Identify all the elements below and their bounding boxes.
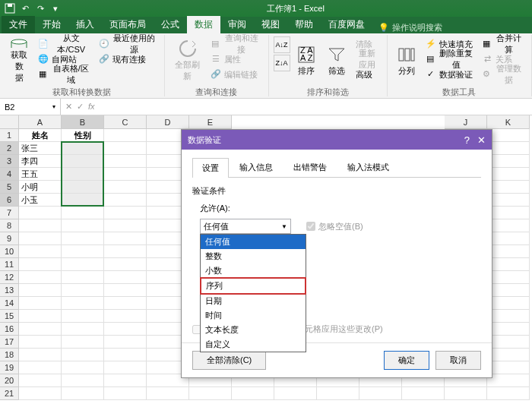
col-header[interactable]: A <box>19 115 62 129</box>
tab-error[interactable]: 出错警告 <box>283 157 337 177</box>
cell[interactable] <box>62 271 104 284</box>
filter-button[interactable]: 筛选 <box>322 36 351 85</box>
cell[interactable] <box>104 361 147 374</box>
cell[interactable] <box>62 245 104 258</box>
cell[interactable] <box>19 219 62 232</box>
ok-button[interactable]: 确定 <box>384 351 429 370</box>
queries-button[interactable]: ▤查询和连接 <box>207 36 264 52</box>
cell[interactable] <box>19 271 62 284</box>
cell[interactable] <box>19 374 62 387</box>
tab-settings[interactable]: 设置 <box>192 158 229 178</box>
opt-any[interactable]: 任何值 <box>201 235 306 249</box>
from-table-button[interactable]: ▦自表格/区域 <box>35 67 93 82</box>
cell[interactable] <box>487 129 530 142</box>
cell[interactable] <box>104 155 147 168</box>
col-header[interactable]: K <box>487 115 530 129</box>
cell[interactable] <box>104 374 147 387</box>
tab-baidu[interactable]: 百度网盘 <box>321 16 372 33</box>
cell[interactable] <box>317 387 359 400</box>
row-header[interactable]: 12 <box>0 271 19 284</box>
fx-icon[interactable]: fx <box>88 102 95 112</box>
cell[interactable] <box>104 232 147 245</box>
cell[interactable] <box>62 219 104 232</box>
close-icon[interactable]: ✕ <box>477 134 486 146</box>
cell[interactable] <box>19 297 62 310</box>
cell[interactable] <box>487 207 530 219</box>
tab-file[interactable]: 文件 <box>2 16 35 33</box>
col-header[interactable]: J <box>445 115 487 129</box>
opt-time[interactable]: 时间 <box>201 308 306 323</box>
col-header[interactable]: E <box>189 115 232 129</box>
cell[interactable] <box>62 310 104 323</box>
cell[interactable] <box>487 361 530 374</box>
cell[interactable] <box>19 258 62 271</box>
existing-conn-button[interactable]: 🔗现有连接 <box>96 52 160 67</box>
select-all-corner[interactable] <box>0 115 19 129</box>
row-header[interactable]: 1 <box>0 129 19 142</box>
cell[interactable] <box>104 310 147 323</box>
undo-icon[interactable]: ↶ <box>18 2 32 15</box>
cell[interactable] <box>62 155 104 168</box>
merge-button[interactable]: ▦合并计算 <box>479 36 527 52</box>
cell[interactable] <box>19 310 62 323</box>
cell[interactable] <box>104 142 147 155</box>
cell[interactable] <box>62 336 104 349</box>
cell[interactable] <box>62 387 104 400</box>
opt-len[interactable]: 文本长度 <box>201 323 306 337</box>
tab-data[interactable]: 数据 <box>187 16 220 33</box>
cell[interactable] <box>487 271 530 284</box>
opt-custom[interactable]: 自定义 <box>201 337 306 352</box>
col-header[interactable]: B <box>62 115 104 129</box>
cell[interactable] <box>487 155 530 168</box>
cell[interactable] <box>487 336 530 349</box>
dialog-titlebar[interactable]: 数据验证 ? ✕ <box>182 130 492 150</box>
row-header[interactable]: 3 <box>0 155 19 168</box>
row-header[interactable]: 6 <box>0 194 19 207</box>
cell[interactable] <box>189 387 232 400</box>
cell[interactable] <box>19 349 62 361</box>
cell[interactable] <box>147 387 189 400</box>
cell[interactable]: 李四 <box>19 155 62 168</box>
cell[interactable] <box>104 387 147 400</box>
cell[interactable] <box>62 181 104 194</box>
recent-src-button[interactable]: 🕘最近使用的源 <box>96 36 160 52</box>
help-icon[interactable]: ? <box>464 134 470 146</box>
row-header[interactable]: 4 <box>0 168 19 181</box>
opt-int[interactable]: 整数 <box>201 249 306 263</box>
cell[interactable] <box>104 349 147 361</box>
redo-icon[interactable]: ↷ <box>33 2 47 15</box>
sort-za-button[interactable]: Z↓A <box>274 55 290 71</box>
row-header[interactable]: 5 <box>0 181 19 194</box>
row-header[interactable]: 21 <box>0 387 19 400</box>
cancel-icon[interactable]: ✕ <box>65 102 72 112</box>
cell[interactable] <box>487 194 530 207</box>
cell[interactable] <box>487 245 530 258</box>
cell[interactable] <box>487 310 530 323</box>
cell[interactable] <box>445 387 487 400</box>
cell[interactable] <box>104 323 147 336</box>
cell[interactable] <box>487 258 530 271</box>
row-header[interactable]: 9 <box>0 232 19 245</box>
cell[interactable] <box>104 297 147 310</box>
cell[interactable] <box>62 142 104 155</box>
sort-button[interactable]: Z AA Z 排序 <box>292 36 321 85</box>
row-header[interactable]: 18 <box>0 349 19 361</box>
sort-az-button[interactable]: A↓Z <box>274 36 290 53</box>
cell[interactable] <box>487 284 530 297</box>
cell[interactable] <box>19 232 62 245</box>
cell[interactable] <box>104 258 147 271</box>
allow-dropdown[interactable]: 任何值▼ 任何值 整数 小数 序列 日期 时间 文本长度 自定义 <box>200 219 291 234</box>
split-button[interactable]: 分列 <box>392 36 421 85</box>
name-box[interactable]: B2▾ <box>0 99 61 115</box>
row-header[interactable]: 16 <box>0 323 19 336</box>
cell[interactable] <box>19 207 62 219</box>
cell[interactable] <box>62 194 104 207</box>
row-header[interactable]: 13 <box>0 284 19 297</box>
clear-all-button[interactable]: 全部清除(C) <box>192 351 266 370</box>
cell[interactable]: 小玉 <box>19 194 62 207</box>
cell[interactable] <box>104 168 147 181</box>
row-header[interactable]: 10 <box>0 245 19 258</box>
cell[interactable] <box>104 245 147 258</box>
row-header[interactable]: 15 <box>0 310 19 323</box>
row-header[interactable]: 11 <box>0 258 19 271</box>
